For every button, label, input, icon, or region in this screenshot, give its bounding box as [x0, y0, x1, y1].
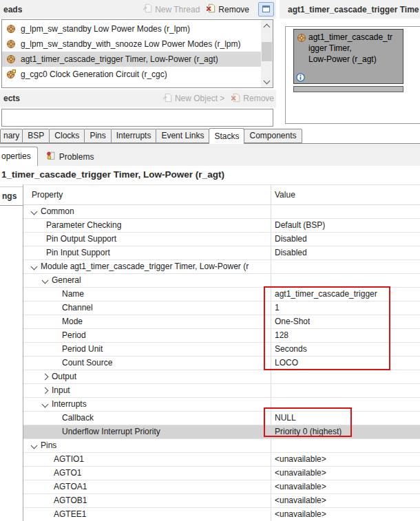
property-name: Callback [62, 412, 94, 425]
property-row[interactable]: AGTO1<unavailable> [23, 467, 420, 480]
threads-scrollbar[interactable] [261, 20, 273, 87]
scrollbar-thumb[interactable] [262, 42, 272, 61]
property-row[interactable]: Pin Output SupportDisabled [23, 233, 420, 246]
property-row[interactable]: Count SourceLOCO [23, 357, 420, 370]
property-row[interactable]: AGTOB1<unavailable> [23, 494, 420, 508]
objects-panel-title: ects [0, 94, 20, 103]
property-row[interactable]: CallbackNULL [23, 412, 420, 425]
stack-panel-title: agt1_timer_cascade_trigger Time [284, 5, 419, 14]
chevron-right-icon[interactable] [42, 374, 49, 381]
property-value[interactable]: <unavailable> [275, 480, 326, 493]
property-name: Pin Output Support [46, 233, 116, 246]
property-value[interactable]: Disabled [275, 246, 307, 259]
property-value[interactable]: <unavailable> [275, 467, 326, 480]
property-row[interactable]: AGTOA1<unavailable> [23, 480, 420, 494]
scroll-down-arrow-icon[interactable] [261, 76, 273, 87]
fsp-configuration-window: eads New Thread Remove g_lpm_sw_standby … [0, 0, 420, 521]
thread-list-item[interactable]: g_lpm_sw_standby Low Power Modes (r_lpm) [2, 21, 262, 36]
thread-list-item[interactable]: agt1_timer_cascade_trigger Timer, Low-Po… [2, 52, 262, 67]
editor-tab-pins[interactable]: Pins [84, 129, 111, 143]
property-name: Underflow Interrupt Priority [62, 425, 160, 438]
module-card[interactable]: agt1_timer_cascade_trigger Timer,Low-Pow… [293, 29, 403, 84]
editor-tab-bar: naryBSPClocksPinsInterruptsEvent LinksSt… [0, 129, 420, 144]
column-header-value: Value [275, 185, 295, 204]
objects-list[interactable] [1, 109, 273, 127]
editor-tab-stacks[interactable]: Stacks [209, 128, 244, 144]
property-value[interactable]: NULL [275, 412, 296, 425]
chevron-right-icon[interactable] [42, 387, 49, 394]
property-value[interactable]: One-Shot [275, 315, 310, 328]
editor-tab-event-links[interactable]: Event Links [156, 129, 209, 143]
property-name: Count Source [62, 357, 112, 370]
chevron-down-icon[interactable] [42, 401, 49, 408]
remove-object-button[interactable]: Remove [231, 93, 274, 105]
property-value[interactable]: 128 [275, 329, 288, 342]
property-row[interactable]: Common [23, 205, 420, 219]
property-row[interactable]: AGTIO1<unavailable> [23, 453, 420, 467]
property-row[interactable]: Pin Input SupportDisabled [23, 246, 420, 260]
scroll-up-arrow-icon[interactable] [261, 20, 273, 31]
remove-icon [206, 3, 216, 15]
chevron-down-icon[interactable] [42, 277, 49, 284]
objects-toolbar: New Object > Remove [162, 93, 276, 105]
minimize-button[interactable] [258, 2, 274, 17]
property-value[interactable]: Default (BSP) [275, 219, 325, 232]
info-icon[interactable] [296, 73, 305, 82]
property-value[interactable]: <unavailable> [275, 453, 326, 466]
thread-item-label: g_lpm_sw_standby_with_snooze Low Power M… [21, 39, 241, 49]
property-row[interactable]: Underflow Interrupt PriorityPriority 0 (… [23, 425, 420, 439]
property-value[interactable]: Disabled [275, 233, 307, 246]
chevron-down-icon[interactable] [31, 443, 38, 449]
editor-tab-bsp[interactable]: BSP [22, 129, 50, 143]
module-icon [297, 33, 306, 45]
thread-list-item[interactable]: g_lpm_sw_standby_with_snooze Low Power M… [2, 36, 262, 52]
property-value[interactable]: Priority 0 (highest) [275, 425, 342, 438]
property-row[interactable]: Input [23, 384, 420, 398]
tab-properties[interactable]: operties [0, 147, 38, 166]
property-value[interactable]: Seconds [275, 343, 307, 356]
threads-list: g_lpm_sw_standby Low Power Modes (r_lpm)… [1, 19, 273, 88]
property-value[interactable]: <unavailable> [275, 508, 326, 521]
property-name: Output [52, 370, 76, 383]
property-value[interactable]: <unavailable> [275, 494, 326, 507]
property-value[interactable]: LOCO [275, 357, 298, 370]
property-row[interactable]: Interrupts [23, 398, 420, 412]
property-row[interactable]: Nameagt1_timer_cascade_trigger [23, 288, 420, 301]
tab-problems[interactable]: Problems [46, 151, 94, 162]
property-row[interactable]: ModeOne-Shot [23, 315, 420, 329]
column-header-property: Property [32, 185, 63, 204]
property-row[interactable]: Module agt1_timer_cascade_trigger Timer,… [23, 260, 420, 274]
editor-tab-nary[interactable]: nary [0, 129, 23, 143]
editor-tab-clocks[interactable]: Clocks [49, 129, 85, 143]
editor-tab-interrupts[interactable]: Interrupts [111, 129, 157, 143]
editor-tab-components[interactable]: Components [244, 129, 302, 143]
remove-thread-button[interactable]: Remove [206, 3, 249, 15]
thread-list-item[interactable]: g_cgc0 Clock Generation Circuit (r_cgc) [2, 67, 262, 82]
threads-panel-header: eads New Thread Remove [0, 0, 276, 19]
property-name: Module agt1_timer_cascade_trigger Timer,… [41, 260, 249, 273]
property-value[interactable]: 1 [275, 301, 280, 315]
property-value[interactable]: agt1_timer_cascade_trigger [275, 288, 377, 301]
new-object-button[interactable]: New Object > [162, 93, 224, 105]
property-row[interactable]: General [23, 274, 420, 288]
property-row[interactable]: Period128 [23, 329, 420, 343]
property-name: Pins [41, 439, 56, 452]
module-icon [6, 54, 16, 64]
module-card-footer [293, 86, 403, 92]
module-card-label: agt1_timer_cascade_trigger Timer,Low-Pow… [308, 32, 401, 65]
property-name: Pin Input Support [46, 246, 110, 259]
minimize-icon [262, 5, 270, 14]
property-row[interactable]: AGTEE1<unavailable> [23, 508, 420, 521]
property-name: Period Unit [62, 343, 103, 356]
property-row[interactable]: Pins [23, 439, 420, 453]
property-row[interactable]: Output [23, 370, 420, 384]
chevron-down-icon[interactable] [31, 209, 38, 215]
new-object-icon [162, 93, 172, 105]
property-row[interactable]: Parameter CheckingDefault (BSP) [23, 219, 420, 233]
property-row[interactable]: Period UnitSeconds [23, 343, 420, 357]
property-row[interactable]: Channel1 [23, 301, 420, 315]
objects-panel-header: ects New Object > Remove [0, 89, 276, 107]
new-thread-button[interactable]: New Thread [143, 3, 200, 15]
tab-settings[interactable]: ngs [0, 187, 23, 206]
chevron-down-icon[interactable] [31, 264, 38, 270]
